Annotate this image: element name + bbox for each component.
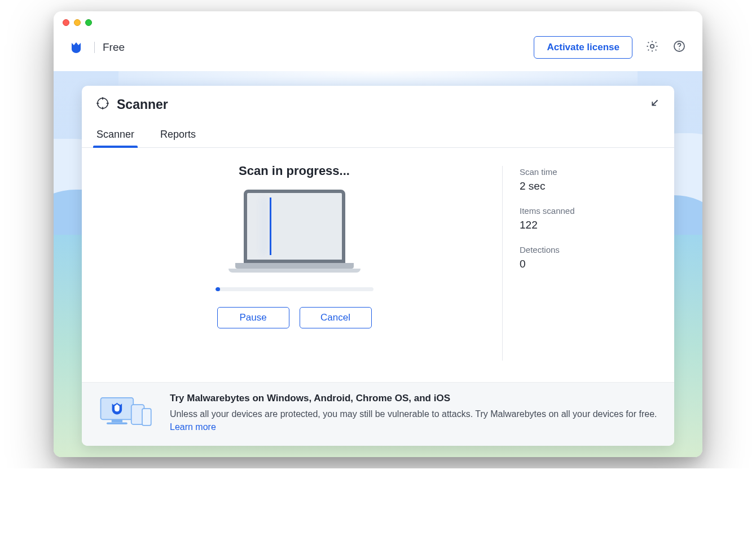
svg-point-0 xyxy=(650,45,654,48)
items-scanned-value: 122 xyxy=(520,219,655,231)
tab-scanner[interactable]: Scanner xyxy=(95,124,135,147)
promo-banner: Try Malwarebytes on Windows, Android, Ch… xyxy=(82,382,674,446)
app-window: Free Activate license xyxy=(54,11,702,457)
malwarebytes-logo-icon xyxy=(69,41,83,54)
minimize-window-button[interactable] xyxy=(74,19,81,26)
collapse-button[interactable] xyxy=(648,97,661,112)
scanner-card: Scanner Scanner Reports Scan in progress… xyxy=(82,86,674,446)
promo-devices-icon xyxy=(95,393,157,432)
scan-time-value: 2 sec xyxy=(520,180,655,192)
scanner-icon xyxy=(95,96,110,113)
card-header: Scanner xyxy=(82,86,674,121)
settings-button[interactable] xyxy=(645,40,660,55)
items-scanned-label: Items scanned xyxy=(520,206,655,216)
svg-point-3 xyxy=(98,98,108,108)
detections-label: Detections xyxy=(520,245,655,255)
scan-status-title: Scan in progress... xyxy=(239,164,350,178)
help-icon xyxy=(673,40,686,55)
scan-progress-fill xyxy=(216,287,220,291)
learn-more-link[interactable]: Learn more xyxy=(170,422,216,432)
license-tier-label: Free xyxy=(103,41,125,54)
scan-progress-bar xyxy=(216,287,373,291)
zoom-window-button[interactable] xyxy=(85,19,92,26)
scan-status-panel: Scan in progress... Pause Cancel xyxy=(101,164,493,372)
svg-rect-6 xyxy=(107,422,128,424)
activate-license-button[interactable]: Activate license xyxy=(534,36,632,59)
promo-body: Unless all your devices are protected, y… xyxy=(170,407,661,433)
laptop-illustration xyxy=(227,190,362,273)
card-content: Scan in progress... Pause Cancel xyxy=(82,148,674,382)
cancel-scan-button[interactable]: Cancel xyxy=(300,307,372,328)
promo-title: Try Malwarebytes on Windows, Android, Ch… xyxy=(170,393,661,404)
svg-rect-9 xyxy=(142,409,151,425)
svg-point-2 xyxy=(679,49,680,50)
detections-value: 0 xyxy=(520,258,655,270)
close-window-button[interactable] xyxy=(63,19,69,26)
pause-scan-button[interactable]: Pause xyxy=(217,307,289,328)
collapse-arrow-icon xyxy=(648,102,661,111)
card-title: Scanner xyxy=(117,97,168,112)
app-header: Free Activate license xyxy=(54,26,702,71)
header-divider xyxy=(94,42,95,53)
scan-stats-panel: Scan time 2 sec Items scanned 122 Detect… xyxy=(520,164,655,372)
window-controls xyxy=(54,11,702,26)
gear-icon xyxy=(645,40,659,55)
tab-reports[interactable]: Reports xyxy=(159,124,197,147)
content-divider xyxy=(502,166,503,361)
svg-rect-5 xyxy=(112,419,122,422)
promo-body-text: Unless all your devices are protected, y… xyxy=(170,409,657,419)
scan-time-label: Scan time xyxy=(520,167,655,177)
help-button[interactable] xyxy=(672,40,687,55)
app-logo-group: Free xyxy=(69,41,125,54)
tabs: Scanner Reports xyxy=(82,122,674,148)
background-illustration: Scanner Scanner Reports Scan in progress… xyxy=(54,71,702,457)
